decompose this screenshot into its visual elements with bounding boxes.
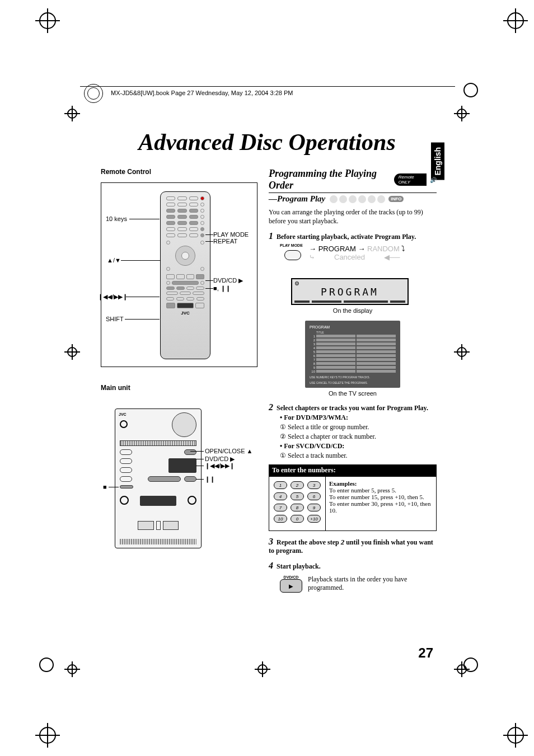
remote-only-badge: Remote ONLY bbox=[394, 173, 427, 186]
registration-target-icon bbox=[257, 664, 268, 674]
step-2-number: 2 bbox=[269, 402, 273, 412]
play-description: Playback starts in the order you have pr… bbox=[308, 575, 437, 592]
crop-mark-icon bbox=[39, 658, 54, 672]
registration-target-icon bbox=[457, 347, 467, 357]
subheading: —Program Play bbox=[269, 194, 325, 204]
dvd-cd-play-button: ▶ bbox=[280, 579, 302, 593]
section-heading: Programming the Playing Order bbox=[269, 168, 391, 191]
disc-icons bbox=[330, 195, 385, 203]
step-3-number: 3 bbox=[269, 537, 273, 546]
label-repeat: REPEAT bbox=[213, 238, 237, 245]
main-unit-label: Main unit bbox=[101, 384, 257, 392]
label-10-keys: 10 keys bbox=[106, 215, 127, 222]
registration-target-icon bbox=[67, 347, 77, 357]
registration-target-icon bbox=[67, 109, 77, 119]
sound-icon: 🔊 bbox=[430, 177, 437, 183]
example-2: To enter number 15, press +10, then 5. bbox=[329, 494, 424, 500]
step-2a-1: ①Select a title or group number. bbox=[280, 423, 437, 431]
example-1: To enter number 5, press 5. bbox=[329, 487, 396, 494]
binder-ring-icon bbox=[84, 84, 103, 103]
display-text: PROGRAM bbox=[321, 286, 379, 298]
label-main-stop: ■ bbox=[103, 483, 107, 490]
remote-control-diagram: JVC 10 keys PLAY MODE REPEAT ▲/▼ DVD/CD … bbox=[101, 182, 257, 367]
step-2b-1: ①Select a track number. bbox=[280, 452, 437, 460]
crop-mark-icon bbox=[507, 727, 524, 744]
label-up-down: ▲/▼ bbox=[107, 257, 121, 264]
number-entry-box: 1 2 3 4 5 6 7 8 9 10 0 +10 Examples: To … bbox=[269, 476, 437, 531]
crop-mark-icon bbox=[39, 12, 56, 29]
step-4-text: Start playback. bbox=[277, 562, 321, 570]
remote-control-label: Remote Control bbox=[101, 168, 257, 176]
label-main-pause: ❙❙ bbox=[205, 476, 215, 483]
tv-caption: On the TV screen bbox=[269, 390, 437, 397]
page-number: 27 bbox=[418, 645, 433, 661]
header-rule bbox=[80, 86, 455, 87]
crop-mark-icon bbox=[463, 658, 478, 672]
step-2a-label: • For DVD/MP3/WMA: bbox=[280, 414, 437, 422]
info-badge: INFO bbox=[388, 196, 404, 202]
label-play-mode: PLAY MODE bbox=[213, 231, 249, 238]
example-3: To enter number 30, press +10, +10, then… bbox=[329, 500, 431, 514]
step-4-number: 4 bbox=[269, 561, 273, 570]
label-shift: SHIFT bbox=[106, 316, 124, 322]
page-title: Advanced Disc Operations bbox=[0, 129, 534, 156]
keypad-diagram: 1 2 3 4 5 6 7 8 9 10 0 +10 bbox=[269, 477, 325, 530]
display-panel: ⚙ PROGRAM bbox=[291, 278, 409, 305]
display-caption: On the display bbox=[269, 307, 437, 314]
brand-logo: JVC bbox=[166, 311, 204, 316]
crop-mark-icon bbox=[39, 727, 56, 744]
step-3-text: Repeat the above step 2 until you finish… bbox=[269, 538, 433, 555]
registration-target-icon bbox=[457, 109, 467, 119]
label-dvd-cd: DVD/CD ▶ bbox=[213, 277, 243, 284]
tv-screen-diagram: PROGRAM TITLE 1 2 3 4 5 6 7 8 9 10 USE N… bbox=[305, 321, 400, 388]
main-unit-diagram: JVC OPEN/CLOSE ▲ DVD/CD ▶ bbox=[101, 408, 257, 560]
crop-mark-icon bbox=[463, 83, 478, 97]
step-2-text: Select chapters or tracks you want for P… bbox=[277, 404, 428, 412]
crop-mark-icon bbox=[507, 12, 524, 29]
registration-target-icon bbox=[67, 664, 77, 674]
header-text: MX-JD5&8[UW].book Page 27 Wednesday, May… bbox=[111, 90, 293, 96]
examples-label: Examples: bbox=[329, 480, 357, 487]
label-open-close: OPEN/CLOSE ▲ bbox=[205, 448, 252, 454]
intro-text: You can arrange the playing order of the… bbox=[269, 208, 437, 226]
number-entry-header: To enter the numbers: bbox=[269, 464, 437, 476]
step-2b-label: • For SVCD/VCD/CD: bbox=[280, 442, 437, 450]
label-stop-pause: ■, ❙❙ bbox=[213, 285, 231, 292]
play-mode-diagram: PLAY MODE → PROGRAM → RANDOM ⤵ ⤷ Cancele… bbox=[279, 245, 437, 276]
step-2a-2: ②Select a chapter or track number. bbox=[280, 433, 437, 441]
label-main-prev-next: ❙◀◀/▶▶❙ bbox=[205, 462, 235, 469]
step-1-text: Before starting playback, activate Progr… bbox=[277, 233, 416, 241]
dvd-cd-button-label: DVD/CD bbox=[280, 575, 302, 579]
label-prev-next: ❙◀◀/▶▶❙ bbox=[98, 293, 128, 300]
step-1-number: 1 bbox=[269, 231, 273, 241]
